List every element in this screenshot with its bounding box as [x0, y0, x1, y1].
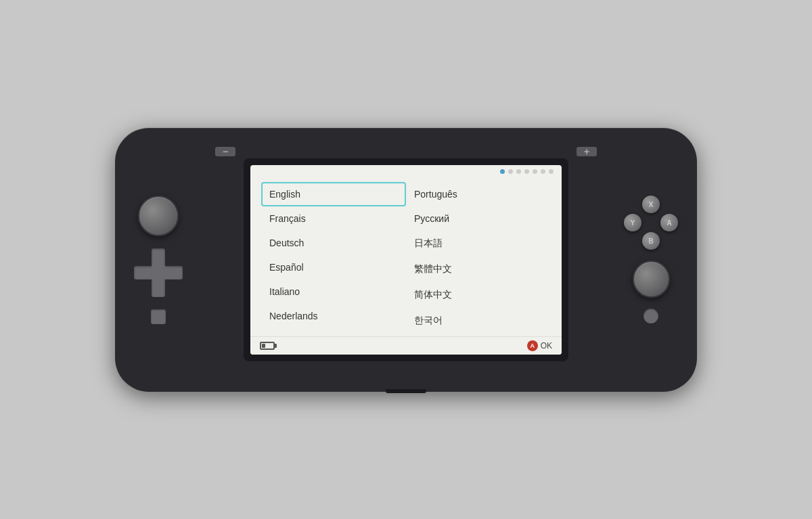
- lang-deutsch-label: Deutsch: [269, 238, 304, 248]
- dot-5: [533, 169, 537, 174]
- a-button[interactable]: A: [660, 214, 678, 231]
- nintendo-switch-lite: − +: [115, 128, 697, 392]
- lang-russian[interactable]: Русский: [406, 206, 551, 231]
- lang-traditional-chinese-label: 繁體中文: [414, 263, 452, 274]
- lang-japanese-label: 日本語: [414, 238, 443, 248]
- lang-nederlands-label: Nederlands: [269, 311, 318, 321]
- lang-italiano-label: Italiano: [269, 286, 300, 297]
- page-indicator: [250, 165, 562, 175]
- lang-portugues-label: Português: [414, 189, 457, 200]
- left-analog-stick[interactable]: [138, 196, 179, 236]
- bottom-bar: A OK: [250, 336, 562, 355]
- lang-english-label: English: [269, 189, 300, 200]
- dot-7: [549, 169, 554, 174]
- lang-italiano[interactable]: Italiano: [261, 279, 406, 304]
- lang-francais[interactable]: Français: [261, 206, 406, 231]
- battery-indicator: [260, 342, 275, 350]
- lang-simplified-chinese[interactable]: 简体中文: [406, 282, 551, 308]
- lang-russian-label: Русский: [414, 213, 449, 224]
- dot-3: [516, 169, 521, 174]
- left-controls: [134, 196, 183, 324]
- home-button[interactable]: [644, 309, 658, 323]
- y-label: Y: [631, 219, 635, 227]
- battery-body: [260, 342, 275, 350]
- ok-label: OK: [541, 341, 552, 351]
- lang-espanol-label: Español: [269, 262, 304, 273]
- right-analog-stick[interactable]: [633, 261, 670, 298]
- language-column-left: English Français Deutsch Español Italian…: [261, 182, 406, 334]
- plus-label: +: [584, 146, 589, 157]
- ok-button[interactable]: A OK: [527, 340, 552, 351]
- lang-deutsch[interactable]: Deutsch: [261, 231, 406, 255]
- charge-port: [386, 389, 426, 393]
- lang-japanese[interactable]: 日本語: [406, 231, 551, 256]
- b-label: B: [648, 238, 653, 245]
- dot-2: [508, 169, 513, 174]
- x-label: X: [649, 201, 654, 208]
- b-button[interactable]: B: [642, 232, 660, 250]
- right-controls: X Y A B: [624, 196, 678, 323]
- lang-portugues[interactable]: Português: [406, 182, 551, 206]
- lang-espanol[interactable]: Español: [261, 255, 406, 279]
- lang-korean-label: 한국어: [414, 315, 443, 325]
- d-pad[interactable]: [134, 248, 183, 297]
- plus-button[interactable]: +: [577, 147, 597, 156]
- screen-bezel: English Français Deutsch Español Italian…: [244, 158, 568, 361]
- lang-simplified-chinese-label: 简体中文: [414, 289, 452, 300]
- screenshot-button[interactable]: [151, 309, 166, 324]
- dot-4: [524, 169, 529, 174]
- a-label: A: [667, 219, 671, 227]
- x-button[interactable]: X: [642, 196, 660, 213]
- dot-6: [541, 169, 545, 174]
- battery-fill: [262, 344, 265, 348]
- lang-francais-label: Français: [269, 213, 306, 224]
- lang-korean[interactable]: 한국어: [406, 308, 551, 334]
- screen: English Français Deutsch Español Italian…: [250, 165, 562, 355]
- minus-button[interactable]: −: [215, 147, 235, 156]
- lang-nederlands[interactable]: Nederlands: [261, 304, 406, 328]
- lang-english[interactable]: English: [261, 182, 406, 206]
- minus-label: −: [223, 146, 228, 157]
- dot-1: [500, 169, 505, 174]
- a-button-icon: A: [527, 340, 538, 351]
- language-list: English Français Deutsch Español Italian…: [250, 175, 562, 336]
- face-buttons: X Y A B: [624, 196, 678, 250]
- lang-traditional-chinese[interactable]: 繁體中文: [406, 256, 551, 282]
- dpad-center: [152, 265, 165, 279]
- language-column-right: Português Русский 日本語 繁體中文 简体中文: [406, 182, 551, 334]
- y-button[interactable]: Y: [624, 214, 641, 231]
